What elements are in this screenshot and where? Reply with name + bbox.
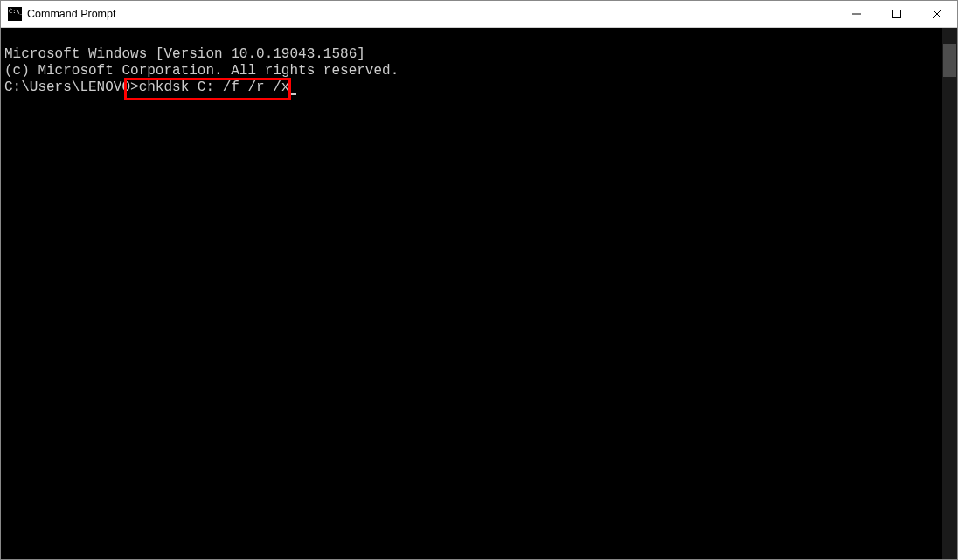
scrollbar-thumb[interactable] — [943, 44, 956, 77]
close-button[interactable] — [917, 1, 957, 27]
minimize-icon — [852, 10, 861, 18]
window-title: Command Prompt — [27, 8, 837, 20]
maximize-button[interactable] — [877, 1, 917, 27]
window-controls — [837, 1, 957, 27]
terminal-prompt-line: C:\Users\LENOVO>chkdsk C: /f /r /x — [4, 80, 939, 96]
terminal-command-input[interactable]: chkdsk C: /f /r /x — [139, 80, 290, 95]
terminal-content[interactable]: Microsoft Windows [Version 10.0.19043.15… — [1, 28, 942, 559]
terminal-cursor — [289, 93, 296, 95]
terminal-area: Microsoft Windows [Version 10.0.19043.15… — [1, 28, 957, 559]
minimize-button[interactable] — [837, 1, 877, 27]
cmd-icon — [8, 7, 22, 21]
titlebar[interactable]: Command Prompt — [1, 1, 957, 28]
close-icon — [933, 10, 941, 18]
window-frame: Command Prompt Microsoft Windows [Vers — [0, 0, 958, 560]
terminal-output-line: Microsoft Windows [Version 10.0.19043.15… — [4, 46, 939, 63]
svg-rect-1 — [893, 10, 901, 18]
terminal-output-line: (c) Microsoft Corporation. All rights re… — [4, 63, 939, 80]
vertical-scrollbar[interactable] — [942, 28, 957, 559]
maximize-icon — [892, 10, 901, 18]
terminal-prompt: C:\Users\LENOVO> — [4, 80, 139, 95]
